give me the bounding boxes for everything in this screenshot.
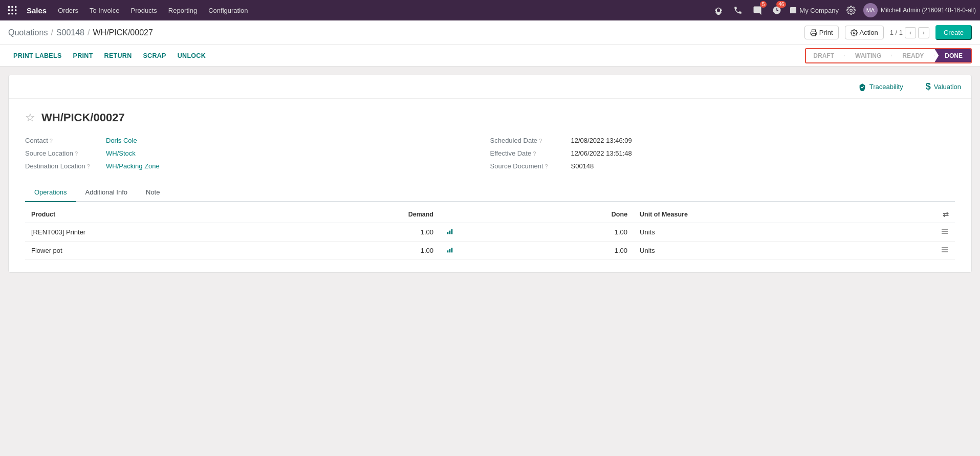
scheduled-date-label: Scheduled Date ? [490,137,567,144]
tabs: Operations Additional Info Note [25,183,955,202]
print-labels-button[interactable]: PRINT LABELS [8,49,67,62]
dollar-icon: $ [926,81,931,92]
destination-location-help-icon[interactable]: ? [87,163,90,169]
table-header-row: Product Demand Done Unit of Measure ⇄ [25,206,955,223]
chat-badge: 5 [760,1,767,8]
tab-note[interactable]: Note [137,183,169,202]
scheduled-date-help-icon[interactable]: ? [539,138,542,144]
pager-next[interactable]: › [918,27,929,38]
row2-unit: Units [634,242,874,260]
phone-icon-btn[interactable] [731,3,745,17]
form-col-left: Contact ? Doris Cole Source Location ? W… [25,137,490,175]
breadcrumb-s00148[interactable]: S00148 [56,28,84,37]
settings-icon-btn[interactable] [844,3,858,17]
company-name: My Company [799,7,839,14]
menu-orders[interactable]: Orders [53,4,83,17]
row2-detail[interactable] [874,242,955,260]
col-chart [440,206,521,223]
menu-products[interactable]: Products [125,4,162,17]
destination-location-label: Destination Location ? [25,162,102,170]
form-body: ☆ WH/PICK/00027 Contact ? Doris Cole Sou… [9,99,971,272]
col-product: Product [25,206,290,223]
print-button-2[interactable]: PRINT [68,49,98,62]
unlock-button[interactable]: UNLOCK [172,49,211,62]
action-button[interactable]: Action [845,26,884,39]
source-document-row: Source Document ? S00148 [490,162,955,170]
row1-done: 1.00 [521,223,634,242]
scrap-button[interactable]: SCRAP [138,49,171,62]
contact-value[interactable]: Doris Cole [106,137,137,144]
action-bar: PRINT LABELS PRINT RETURN SCRAP UNLOCK D… [0,45,980,67]
row2-chart-icon[interactable] [440,242,521,260]
apps-menu-button[interactable] [4,2,20,18]
bug-icon-btn[interactable] [711,3,726,17]
company-selector[interactable]: My Company [789,6,839,14]
menu-configuration[interactable]: Configuration [203,4,253,17]
chart-bar-icon [446,227,454,235]
valuation-button[interactable]: $ Valuation [926,81,961,92]
traceability-button[interactable]: Traceability [858,81,903,92]
clock-icon-btn[interactable]: 46 [770,3,784,17]
tab-additional-info[interactable]: Additional Info [76,183,137,202]
clock-badge: 46 [776,1,786,8]
table-row: Flower pot 1.00 1.00 Units [25,242,955,260]
valuation-label: Valuation [934,83,961,91]
destination-location-value[interactable]: WH/Packing Zone [106,162,160,170]
return-button[interactable]: RETURN [99,49,137,62]
status-steps-wrapper: DRAFT WAITING READY DONE [805,48,972,63]
status-waiting[interactable]: WAITING [845,49,892,62]
source-document-help-icon[interactable]: ? [545,163,548,169]
gear-icon [851,29,858,36]
source-location-help-icon[interactable]: ? [75,150,78,157]
effective-date-help-icon[interactable]: ? [533,150,536,157]
status-draft[interactable]: DRAFT [806,49,845,62]
traceability-label: Traceability [869,83,903,91]
adjust-icon[interactable]: ⇄ [943,210,949,219]
source-location-value[interactable]: WH/Stock [106,149,136,157]
row2-done: 1.00 [521,242,634,260]
header-actions: Print Action 1 / 1 ‹ › Create [804,25,972,40]
print-icon [810,29,817,36]
user-menu[interactable]: MA Mitchell Admin (21609148-16-0-all) [863,3,976,17]
chat-icon-btn[interactable]: 5 [750,3,765,17]
operations-table: Product Demand Done Unit of Measure ⇄ [25,206,955,260]
main-content: Traceability $ Valuation ☆ WH/PICK/00027… [0,67,980,281]
row1-detail[interactable] [874,223,955,242]
breadcrumb-quotations[interactable]: Quotations [8,28,48,37]
svg-rect-20 [449,249,451,253]
user-avatar: MA [863,3,878,17]
breadcrumb-current: WH/PICK/00027 [93,28,153,37]
top-menu: Orders To Invoice Products Reporting Con… [53,4,709,17]
contact-row: Contact ? Doris Cole [25,137,490,144]
menu-reporting[interactable]: Reporting [163,4,202,17]
svg-rect-6 [8,13,10,14]
status-done[interactable]: DONE [934,49,971,62]
row1-chart-icon[interactable] [440,223,521,242]
breadcrumb: Quotations / S00148 / WH/PICK/00027 [8,28,153,37]
col-actions: ⇄ [874,206,955,223]
app-brand: Sales [27,6,47,15]
row1-product: [RENT003] Printer [25,223,290,242]
form-grid: Contact ? Doris Cole Source Location ? W… [25,137,955,175]
source-location-row: Source Location ? WH/Stock [25,149,490,157]
topnav-right: 5 46 My Company MA Mitchell Admin (21609… [711,3,976,17]
contact-help-icon[interactable]: ? [50,138,53,144]
source-document-label: Source Document ? [490,162,567,170]
contact-label: Contact ? [25,137,102,144]
doc-title: ☆ WH/PICK/00027 [25,111,955,124]
main-card: Traceability $ Valuation ☆ WH/PICK/00027… [8,75,972,273]
create-button[interactable]: Create [935,25,972,40]
status-ready[interactable]: READY [892,49,934,62]
source-document-value: S00148 [571,162,594,170]
col-demand: Demand [290,206,440,223]
row2-demand: 1.00 [290,242,440,260]
menu-to-invoice[interactable]: To Invoice [84,4,125,17]
print-button[interactable]: Print [804,26,839,39]
tab-operations[interactable]: Operations [25,183,76,202]
favorite-star[interactable]: ☆ [25,111,35,124]
svg-rect-21 [451,248,453,252]
operations-tab-content: Product Demand Done Unit of Measure ⇄ [25,202,955,260]
form-col-right: Scheduled Date ? 12/08/2022 13:46:09 Eff… [490,137,955,175]
pager-prev[interactable]: ‹ [905,27,916,38]
svg-rect-3 [8,9,10,11]
